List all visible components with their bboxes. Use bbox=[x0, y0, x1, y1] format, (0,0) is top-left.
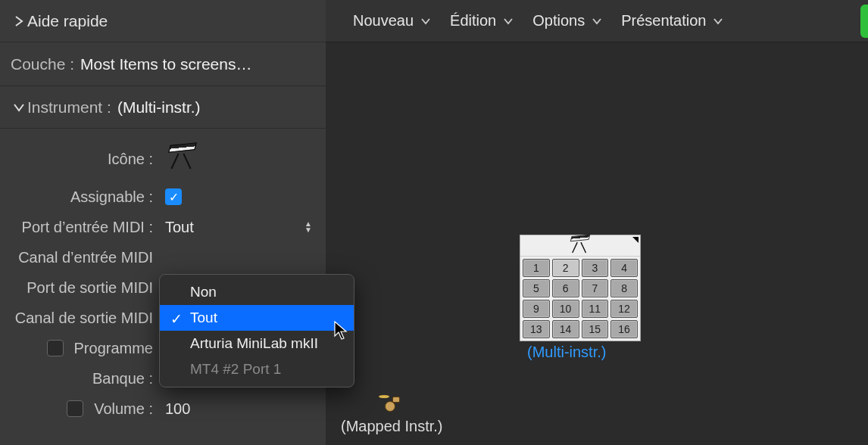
icon-label: Icône : bbox=[0, 151, 158, 168]
midi-out-port-label: Port de sortie MIDI bbox=[0, 279, 158, 297]
channel-cell-1[interactable]: 1 bbox=[523, 259, 550, 277]
quick-help-label: Aide rapide bbox=[27, 12, 108, 30]
multi-instrument-node[interactable]: 12345678910111213141516 bbox=[520, 235, 641, 341]
layer-row[interactable]: Couche : Most Items to screens… bbox=[0, 42, 326, 86]
channel-cell-10[interactable]: 10 bbox=[552, 300, 579, 318]
midi-port-dropdown[interactable]: Non ✓ Tout Arturia MiniLab mkII MT4 #2 P… bbox=[159, 274, 354, 387]
bank-label: Banque : bbox=[0, 370, 158, 387]
node-header[interactable] bbox=[520, 235, 640, 257]
midi-in-channel-row[interactable]: Canal d’entrée MIDI bbox=[0, 242, 326, 272]
dropdown-item-tout[interactable]: ✓ Tout bbox=[160, 305, 354, 331]
chevron-down-icon bbox=[11, 103, 27, 112]
menu-edit[interactable]: Édition bbox=[445, 9, 517, 33]
drum-kit-icon[interactable] bbox=[379, 394, 401, 413]
program-checkbox[interactable] bbox=[47, 340, 64, 356]
volume-value: 100 bbox=[165, 400, 190, 418]
channel-cell-6[interactable]: 6 bbox=[552, 279, 579, 297]
midi-in-port-row[interactable]: Port d’entrée MIDI : Tout ▲▼ bbox=[0, 212, 326, 242]
assignable-label: Assignable : bbox=[0, 188, 158, 206]
instrument-value: (Multi-instr.) bbox=[117, 98, 201, 117]
chevron-down-icon bbox=[421, 17, 430, 25]
menu-options[interactable]: Options bbox=[528, 9, 606, 33]
channel-cell-9[interactable]: 9 bbox=[523, 300, 550, 318]
menu-presentation[interactable]: Présentation bbox=[617, 9, 727, 33]
dropdown-item-mt4: MT4 #2 Port 1 bbox=[160, 356, 354, 382]
keyboard-stand-icon bbox=[568, 235, 592, 257]
play-button-edge[interactable] bbox=[860, 5, 868, 38]
channel-cell-5[interactable]: 5 bbox=[523, 279, 550, 297]
multi-instrument-label: (Multi-instr.) bbox=[527, 344, 606, 361]
mapped-instrument-label: (Mapped Instr.) bbox=[341, 418, 443, 435]
channel-cell-14[interactable]: 14 bbox=[552, 320, 579, 338]
volume-label: Volume : bbox=[94, 400, 153, 418]
channel-cell-4[interactable]: 4 bbox=[610, 259, 638, 277]
layer-label: Couche : bbox=[11, 55, 74, 73]
channel-cell-7[interactable]: 7 bbox=[582, 279, 609, 297]
midi-out-channel-label: Canal de sortie MIDI bbox=[0, 310, 158, 327]
program-label: Programme bbox=[74, 340, 153, 357]
chevron-right-icon bbox=[11, 16, 27, 26]
channel-cell-3[interactable]: 3 bbox=[582, 259, 609, 277]
menu-new[interactable]: Nouveau bbox=[348, 9, 435, 33]
quick-help-row[interactable]: Aide rapide bbox=[0, 0, 326, 42]
stepper-icon[interactable]: ▲▼ bbox=[304, 221, 312, 233]
environment-canvas[interactable]: Nouveau Édition Options Présentation bbox=[326, 0, 868, 445]
channel-cell-13[interactable]: 13 bbox=[523, 320, 550, 338]
triangle-menu-icon[interactable] bbox=[632, 237, 639, 243]
midi-in-channel-label: Canal d’entrée MIDI bbox=[0, 249, 158, 266]
chevron-down-icon bbox=[592, 17, 601, 25]
channel-grid: 12345678910111213141516 bbox=[520, 257, 640, 341]
chevron-down-icon bbox=[504, 17, 513, 25]
channel-cell-16[interactable]: 16 bbox=[610, 320, 638, 338]
dropdown-item-arturia[interactable]: Arturia MiniLab mkII bbox=[160, 331, 354, 356]
inspector-panel: Aide rapide Couche : Most Items to scree… bbox=[0, 0, 326, 445]
channel-cell-12[interactable]: 12 bbox=[610, 300, 638, 318]
chevron-down-icon bbox=[713, 17, 723, 25]
instrument-row[interactable]: Instrument : (Multi-instr.) bbox=[0, 86, 326, 129]
channel-cell-2[interactable]: 2 bbox=[552, 259, 579, 277]
toolbar: Nouveau Édition Options Présentation bbox=[326, 0, 868, 42]
dropdown-item-non[interactable]: Non bbox=[160, 279, 354, 305]
icon-row[interactable]: Icône : bbox=[0, 136, 326, 182]
assignable-row[interactable]: Assignable : ✓ bbox=[0, 182, 326, 212]
channel-cell-15[interactable]: 15 bbox=[582, 320, 609, 338]
assignable-checkbox[interactable]: ✓ bbox=[165, 188, 182, 205]
check-icon: ✓ bbox=[170, 310, 183, 328]
midi-in-port-label: Port d’entrée MIDI : bbox=[0, 219, 158, 236]
midi-in-port-value: Tout bbox=[165, 219, 194, 236]
volume-checkbox[interactable] bbox=[67, 400, 83, 417]
keyboard-stand-icon bbox=[165, 144, 200, 174]
instrument-label: Instrument : bbox=[27, 98, 111, 117]
channel-cell-11[interactable]: 11 bbox=[582, 300, 609, 318]
layer-value: Most Items to screens… bbox=[80, 55, 251, 73]
volume-row[interactable]: Volume : 100 bbox=[0, 394, 326, 424]
channel-cell-8[interactable]: 8 bbox=[610, 279, 638, 297]
